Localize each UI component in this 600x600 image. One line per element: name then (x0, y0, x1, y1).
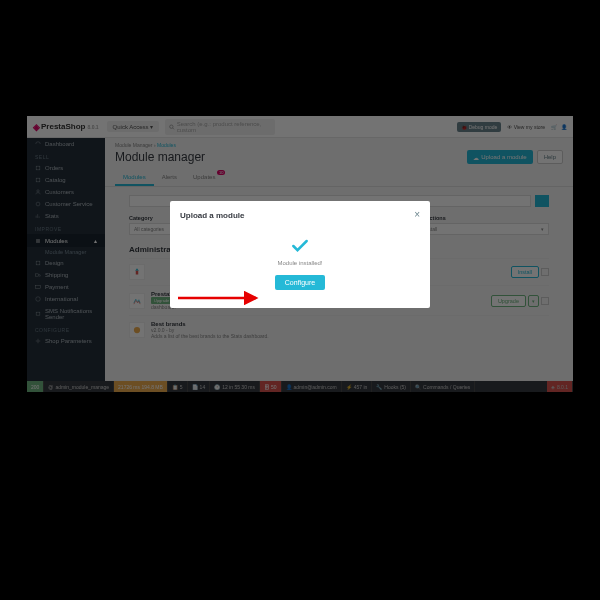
annotation-arrow (178, 291, 268, 305)
app-window: ◈ PrestaShop 8.0.1 Quick Access ▾ Search… (27, 116, 573, 392)
modal-title: Upload a module (180, 211, 420, 226)
configure-button[interactable]: Configure (275, 275, 325, 290)
close-icon[interactable]: × (414, 209, 420, 220)
checkmark-icon (290, 236, 310, 256)
modal-status-text: Module installed! (180, 260, 420, 266)
modal-overlay[interactable]: Upload a module × Module installed! Conf… (27, 116, 573, 392)
